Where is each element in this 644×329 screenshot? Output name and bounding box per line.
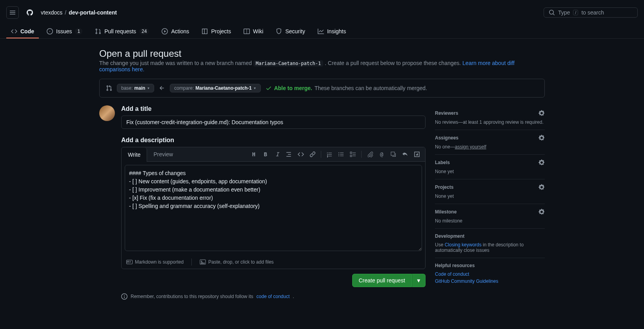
wiki-icon [244,28,250,34]
nav-insights[interactable]: Insights [313,25,351,38]
editor-footer: Markdown is supported Paste, drop, or cl… [122,255,425,269]
assign-yourself-link[interactable]: assign yourself [455,144,486,150]
paste-note-label: Paste, drop, or click to add files [208,259,274,265]
markdown-supported[interactable]: Markdown is supported [126,259,184,265]
create-pr-dropdown[interactable]: ▼ [412,274,426,287]
nav-issues-count: 1 [75,28,82,34]
subtitle-pre: The change you just made was written to … [99,60,253,66]
quote-button[interactable] [284,149,294,159]
italic-button[interactable]: I [272,149,282,159]
hamburger-menu[interactable] [6,6,19,19]
paste-drop-files[interactable]: Paste, drop, or click to add files [200,259,274,265]
create-pr-button[interactable]: Create pull request [352,274,412,287]
sidebar: Reviewers No reviews—at least 1 approvin… [435,105,545,300]
base-branch-selector[interactable]: base: main ▼ [117,84,154,92]
nav-pulls-count: 24 [139,28,149,34]
compare-label: compare: [174,85,194,91]
guidelines-link[interactable]: GitHub Community Guidelines [435,278,545,284]
subtitle-branch-code: Mariana-Caetano-patch-1 [253,60,323,67]
breadcrumb-owner[interactable]: vtexdocs [41,9,62,16]
svg-rect-8 [200,260,206,264]
projects-body: None yet [435,193,545,199]
assignees-pre: No one— [435,144,455,150]
editor-tabs: Write Preview H B I [122,147,425,162]
nav-pull-requests[interactable]: Pull requests 24 [90,25,154,38]
actions-icon [162,28,168,34]
task-list-button[interactable] [348,149,358,159]
svg-point-2 [338,155,339,156]
search-icon [549,9,555,16]
code-of-conduct-link[interactable]: code of conduct [257,294,290,299]
breadcrumb-repo[interactable]: dev-portal-content [69,9,117,16]
unordered-list-button[interactable] [336,149,346,159]
nav-security-label: Security [285,28,305,34]
page-title: Open a pull request [99,48,545,59]
reviewers-title: Reviewers [435,110,458,116]
breadcrumb: vtexdocs / dev-portal-content [41,9,117,16]
link-button[interactable] [307,149,318,159]
repo-nav: Code Issues 1 Pull requests 24 Actions P… [0,25,644,39]
nav-security[interactable]: Security [271,25,310,38]
coc-link[interactable]: Code of conduct [435,271,545,277]
chevron-down-icon: ▼ [253,87,257,90]
editor-toolbar: H B I @ [249,149,425,159]
contrib-post: . [293,294,294,299]
nav-code-label: Code [20,28,34,34]
sidebar-assignees: Assignees No one—assign yourself [435,130,545,155]
arrow-left-icon [159,85,165,91]
sidebar-labels: Labels None yet [435,155,545,179]
nav-issues[interactable]: Issues 1 [42,25,87,38]
attach-button[interactable] [365,149,375,159]
heading-button[interactable]: H [249,149,259,159]
compare-branch-selector[interactable]: compare: Mariana-Caetano-patch-1 ▼ [170,84,260,92]
reviewers-body: No reviews—at least 1 approving review i… [435,119,545,125]
info-icon [121,293,127,300]
code-button[interactable] [296,149,306,159]
editor-box: Write Preview H B I [121,147,426,269]
mention-button[interactable]: @ [377,149,387,159]
merge-status: Able to merge. These branches can be aut… [266,85,427,91]
svg-rect-3 [350,152,352,154]
pr-icon [95,28,101,34]
avatar[interactable] [99,105,115,121]
gear-icon[interactable] [538,159,545,166]
expand-button[interactable] [412,149,422,159]
menu-icon [9,9,16,16]
gear-icon[interactable] [538,184,545,190]
nav-actions[interactable]: Actions [157,25,194,38]
closing-keywords-link[interactable]: Closing keywords [445,242,482,248]
milestone-body: No milestone [435,218,545,224]
contribution-note: Remember, contributions to this reposito… [121,293,426,300]
top-header: vtexdocs / dev-portal-content Type / to … [0,0,644,25]
nav-pulls-label: Pull requests [104,28,136,34]
code-icon [11,28,17,34]
search-input[interactable]: Type / to search [544,7,638,18]
description-label: Add a description [121,137,426,144]
nav-actions-label: Actions [171,28,189,34]
nav-code[interactable]: Code [6,25,39,38]
sidebar-projects: Projects None yet [435,179,545,204]
reference-button[interactable] [388,149,398,159]
nav-projects[interactable]: Projects [197,25,236,38]
search-placeholder-post: to search [581,9,604,16]
tab-preview[interactable]: Preview [147,147,179,161]
ordered-list-button[interactable] [324,149,335,159]
reply-button[interactable] [400,149,410,159]
github-logo[interactable] [24,6,36,19]
gear-icon[interactable] [538,135,545,141]
sidebar-milestone: Milestone No milestone [435,204,545,229]
issues-icon [47,28,53,34]
base-value: main [134,85,145,91]
dev-pre: Use [435,242,445,248]
pr-body-textarea[interactable] [125,165,422,251]
assignees-title: Assignees [435,135,458,141]
tab-write[interactable]: Write [122,148,147,162]
resources-title: Helpful resources [435,263,545,268]
chevron-down-icon: ▼ [147,87,150,90]
bold-button[interactable]: B [260,149,271,159]
pr-title-input[interactable] [121,116,426,129]
nav-wiki[interactable]: Wiki [239,25,268,38]
gear-icon[interactable] [538,110,545,116]
gear-icon[interactable] [538,209,545,215]
nav-issues-label: Issues [56,28,72,34]
